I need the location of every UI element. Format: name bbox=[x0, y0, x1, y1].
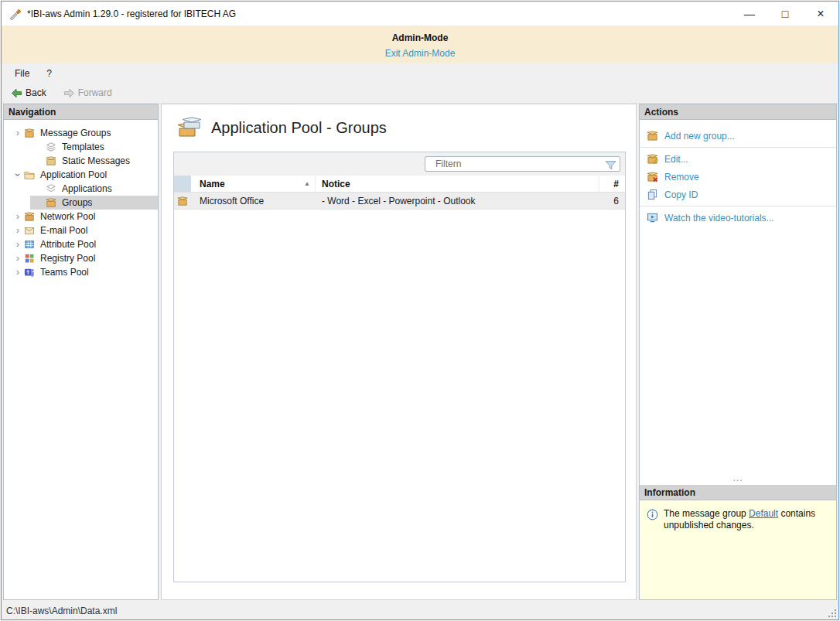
resize-grip-icon[interactable] bbox=[828, 609, 838, 619]
action-label: Watch the video-tutorials... bbox=[664, 213, 774, 223]
attribute-pool-grid-icon bbox=[24, 239, 36, 250]
applications-layers-icon bbox=[46, 183, 58, 194]
nav-item-message-groups[interactable]: › Message Groups bbox=[4, 126, 158, 140]
navigation-header: Navigation bbox=[4, 104, 158, 120]
forward-button[interactable]: Forward bbox=[60, 86, 115, 101]
copy-id-link[interactable]: Copy ID bbox=[640, 186, 836, 203]
count-column-label: # bbox=[613, 179, 619, 189]
menu-help[interactable]: ? bbox=[38, 66, 60, 81]
filter-funnel-icon[interactable] bbox=[604, 159, 617, 170]
nav-item-groups[interactable]: Groups bbox=[4, 196, 158, 210]
action-label: Remove bbox=[664, 172, 699, 183]
titlebar: *IBI-aws Admin 1.29.0 - registered for I… bbox=[2, 2, 838, 26]
app-window: *IBI-aws Admin 1.29.0 - registered for I… bbox=[1, 1, 839, 620]
actions-overflow-handle[interactable]: ... bbox=[640, 473, 836, 485]
minimize-button[interactable]: — bbox=[732, 2, 767, 26]
chevron-down-icon[interactable]: › bbox=[13, 169, 22, 181]
separator bbox=[640, 147, 836, 148]
close-button[interactable]: × bbox=[803, 2, 838, 26]
edit-link[interactable]: Edit... bbox=[640, 150, 836, 168]
chevron-right-icon[interactable]: › bbox=[12, 226, 24, 235]
nav-item-applications[interactable]: Applications bbox=[4, 182, 158, 196]
information-message: The message group Default contains unpub… bbox=[664, 508, 829, 592]
nav-item-label: Application Pool bbox=[40, 169, 107, 180]
chevron-right-icon[interactable]: › bbox=[12, 128, 24, 138]
nav-item-registry-pool[interactable]: › Registry Pool bbox=[4, 251, 158, 265]
maximize-button[interactable]: □ bbox=[767, 2, 803, 26]
name-column-header[interactable]: Name ▲ bbox=[191, 176, 316, 192]
nav-item-label: Attribute Pool bbox=[40, 239, 96, 250]
navigation-tree: › Message Groups Templates Static Messag… bbox=[4, 120, 158, 599]
icon-column-header[interactable] bbox=[174, 176, 191, 192]
default-group-link[interactable]: Default bbox=[749, 508, 778, 519]
nav-item-attribute-pool[interactable]: › Attribute Pool bbox=[4, 237, 158, 251]
notice-column-header[interactable]: Notice bbox=[316, 176, 599, 192]
add-new-group-link[interactable]: Add new group... bbox=[640, 127, 836, 145]
nav-item-templates[interactable]: Templates bbox=[4, 140, 158, 154]
admin-mode-banner: Admin-Mode Exit Admin-Mode bbox=[2, 26, 838, 63]
video-tutorial-icon bbox=[647, 212, 658, 223]
network-pool-box-icon bbox=[24, 211, 36, 222]
page-title: Application Pool - Groups bbox=[211, 119, 387, 137]
notice-column-label: Notice bbox=[322, 179, 350, 189]
table-header: Name ▲ Notice # bbox=[174, 176, 625, 193]
main-area: Navigation › Message Groups Templates St… bbox=[2, 104, 838, 602]
count-column-header[interactable]: # bbox=[599, 176, 625, 192]
table-row[interactable]: Microsoft Office - Word - Excel - Powerp… bbox=[174, 193, 625, 210]
window-title: *IBI-aws Admin 1.29.0 - registered for I… bbox=[27, 9, 732, 19]
action-label: Copy ID bbox=[664, 189, 698, 200]
toolbar: Back Forward bbox=[2, 83, 838, 104]
row-icon-cell bbox=[174, 193, 191, 209]
row-name-cell: Microsoft Office bbox=[191, 193, 316, 209]
separator bbox=[640, 206, 836, 206]
menu-bar: File ? bbox=[2, 63, 838, 83]
back-label: Back bbox=[26, 87, 46, 98]
nav-item-label: Groups bbox=[62, 197, 92, 208]
nav-item-label: E-mail Pool bbox=[40, 225, 87, 236]
nav-item-label: Teams Pool bbox=[40, 267, 89, 278]
table-empty-area bbox=[174, 210, 625, 582]
video-tutorials-link[interactable]: Watch the video-tutorials... bbox=[640, 209, 836, 227]
info-icon bbox=[647, 509, 658, 520]
action-label: Edit... bbox=[664, 154, 688, 165]
status-bar: C:\IBI-aws\Admin\Data.xml bbox=[2, 602, 838, 619]
groups-box-icon bbox=[46, 197, 58, 208]
nav-item-network-pool[interactable]: › Network Pool bbox=[4, 210, 158, 223]
filter-row bbox=[174, 152, 625, 176]
back-arrow-icon bbox=[11, 87, 22, 99]
menu-file[interactable]: File bbox=[6, 66, 38, 81]
chevron-right-icon[interactable]: › bbox=[12, 240, 24, 249]
chevron-right-icon[interactable]: › bbox=[12, 268, 24, 277]
nav-item-static-messages[interactable]: Static Messages bbox=[4, 154, 158, 168]
chevron-right-icon[interactable]: › bbox=[12, 254, 24, 263]
nav-item-label: Registry Pool bbox=[40, 253, 95, 264]
chevron-right-icon[interactable]: › bbox=[12, 212, 24, 221]
nav-item-email-pool[interactable]: › E-mail Pool bbox=[4, 223, 158, 237]
remove-link[interactable]: Remove bbox=[640, 168, 836, 186]
filter-input-wrapper bbox=[425, 156, 620, 172]
nav-item-label: Network Pool bbox=[40, 211, 95, 222]
window-controls: — □ × bbox=[732, 2, 838, 26]
forward-arrow-icon bbox=[63, 87, 75, 99]
right-panel: Actions Add new group... Edit... Remove bbox=[639, 104, 837, 600]
application-pool-folder-icon bbox=[24, 169, 36, 180]
back-button[interactable]: Back bbox=[8, 86, 50, 101]
info-text-before: The message group bbox=[664, 508, 749, 519]
actions-body: Add new group... Edit... Remove Copy ID bbox=[640, 120, 836, 485]
app-logo-icon bbox=[9, 7, 22, 20]
nav-item-teams-pool[interactable]: › Teams Pool bbox=[4, 265, 158, 279]
page-title-row: Application Pool - Groups bbox=[175, 116, 626, 139]
group-box-icon bbox=[177, 196, 188, 206]
templates-layers-icon bbox=[46, 142, 58, 152]
nav-item-label: Static Messages bbox=[62, 155, 130, 166]
remove-group-box-icon bbox=[647, 171, 658, 183]
nav-item-application-pool[interactable]: › Application Pool bbox=[4, 168, 158, 182]
admin-mode-title: Admin-Mode bbox=[2, 32, 838, 43]
filter-input[interactable] bbox=[425, 159, 604, 169]
groups-table: Name ▲ Notice # Microsoft Office - bbox=[173, 152, 626, 582]
message-groups-box-icon bbox=[24, 128, 36, 138]
information-body: The message group Default contains unpub… bbox=[640, 500, 836, 599]
static-messages-box-icon bbox=[46, 155, 58, 166]
exit-admin-mode-link[interactable]: Exit Admin-Mode bbox=[2, 48, 838, 59]
teams-pool-icon bbox=[24, 267, 36, 278]
